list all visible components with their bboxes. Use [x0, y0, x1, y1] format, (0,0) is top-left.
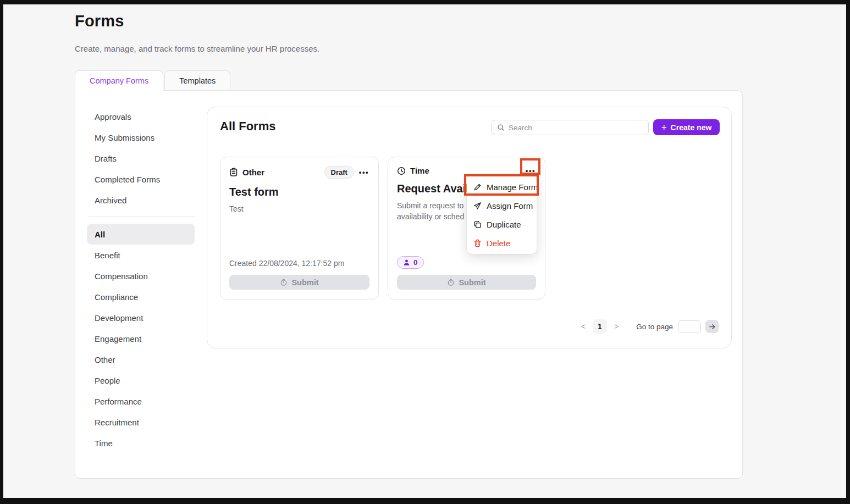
screenshot-frame: Forms Create, manage, and track forms to… — [0, 0, 850, 504]
menu-item-manage-form[interactable]: Manage Form — [467, 178, 537, 196]
sidebar-item-label: Benefit — [95, 251, 120, 260]
sidebar-item-label: Time — [95, 439, 113, 448]
menu-item-duplicate[interactable]: Duplicate — [467, 215, 537, 234]
sidebar-item-my-submissions[interactable]: My Submissions — [87, 127, 195, 148]
description-line: availability or sched — [397, 212, 464, 221]
sidebar-item-label: Approvals — [95, 112, 131, 121]
menu-item-assign-form[interactable]: Assign Form — [467, 196, 537, 215]
sidebar-item-label: Engagement — [95, 334, 141, 344]
card-header: Time ••• — [397, 166, 536, 175]
copy-icon — [473, 220, 482, 229]
sidebar-category-recruitment[interactable]: Recruitment — [87, 412, 195, 433]
sidebar-item-label: People — [95, 376, 120, 385]
menu-item-label: Assign Form — [487, 201, 533, 211]
sidebar-category-benefit[interactable]: Benefit — [87, 245, 195, 265]
clock-icon — [280, 279, 288, 286]
sidebar-item-approvals[interactable]: Approvals — [87, 106, 195, 127]
submit-label: Submit — [291, 278, 318, 287]
sidebar-item-label: Recruitment — [95, 418, 139, 427]
sidebar-item-label: All — [95, 230, 105, 239]
form-description: Test — [229, 203, 369, 214]
sidebar-item-label: Performance — [95, 397, 142, 406]
tab-templates[interactable]: Templates — [164, 70, 230, 91]
menu-item-label: Delete — [487, 239, 510, 248]
arrow-right-icon — [709, 323, 716, 330]
sidebar-item-label: Other — [95, 355, 115, 364]
sidebar-item-label: Drafts — [95, 154, 117, 163]
form-card-test-form[interactable]: Other Draft ••• Test form Test Created 2… — [220, 157, 379, 300]
clock-icon — [447, 279, 455, 286]
sidebar-item-completed-forms[interactable]: Completed Forms — [87, 169, 195, 190]
sidebar-category-other[interactable]: Other — [87, 349, 195, 370]
sidebar-divider — [87, 217, 195, 217]
card-category-label: Other — [242, 168, 264, 177]
company-forms-panel: Approvals My Submissions Drafts Complete… — [75, 90, 743, 479]
card-menu-button[interactable]: ••• — [525, 166, 536, 175]
assignee-count-badge: 0 — [397, 256, 424, 269]
card-category-label: Time — [410, 166, 429, 175]
card-header: Other Draft ••• — [229, 166, 369, 179]
tab-bar: Company Forms Templates — [75, 70, 230, 91]
tab-company-forms-label: Company Forms — [90, 76, 148, 85]
sidebar-category-all[interactable]: All — [87, 224, 195, 245]
clock-icon — [397, 167, 406, 175]
assignee-count: 0 — [413, 258, 418, 267]
plus-icon: + — [661, 123, 667, 132]
current-page-indicator[interactable]: 1 — [593, 319, 607, 334]
form-created-timestamp: Created 22/08/2024, 12:17:52 pm — [229, 259, 344, 268]
sidebar-item-drafts[interactable]: Drafts — [87, 148, 195, 169]
submit-button[interactable]: Submit — [229, 275, 369, 290]
go-to-page-label: Go to page — [636, 323, 673, 331]
sidebar-category-people[interactable]: People — [87, 370, 195, 391]
clipboard-icon — [229, 168, 238, 177]
menu-item-label: Manage Form — [487, 182, 538, 192]
sidebar-item-label: Completed Forms — [95, 175, 160, 184]
sidebar-item-label: Compensation — [95, 272, 148, 281]
sidebar-category-compensation[interactable]: Compensation — [87, 265, 195, 286]
sidebar-item-label: Development — [95, 313, 143, 323]
search-input[interactable] — [509, 124, 643, 132]
pencil-icon — [473, 183, 482, 191]
sidebar-category-development[interactable]: Development — [87, 307, 195, 328]
pagination: < 1 > Go to page — [578, 319, 719, 334]
sidebar-category-performance[interactable]: Performance — [87, 391, 195, 412]
forms-page: Forms Create, manage, and track forms to… — [3, 4, 846, 498]
sidebar-item-archived[interactable]: Archived — [87, 190, 195, 211]
go-to-page-input[interactable] — [678, 320, 701, 333]
tab-templates-label: Templates — [179, 76, 216, 85]
search-box[interactable] — [492, 120, 649, 135]
menu-item-delete[interactable]: Delete — [467, 234, 537, 252]
create-new-label: Create new — [671, 123, 712, 132]
sidebar-item-label: My Submissions — [95, 133, 154, 142]
description-line: Submit a request to — [397, 201, 463, 210]
submit-label: Submit — [459, 278, 485, 287]
trash-icon — [473, 239, 482, 247]
submit-button[interactable]: Submit — [397, 275, 536, 290]
sidebar-item-label: Archived — [95, 196, 126, 205]
previous-page-button[interactable]: < — [578, 320, 589, 333]
page-subtitle: Create, manage, and track forms to strea… — [75, 44, 319, 53]
sidebar-item-label: Compliance — [95, 292, 138, 302]
form-title: Test form — [229, 186, 369, 198]
page-title: Forms — [75, 12, 124, 30]
send-icon — [473, 202, 482, 210]
next-page-button[interactable]: > — [611, 320, 622, 333]
create-new-button[interactable]: + Create new — [653, 119, 720, 135]
forms-sidebar: Approvals My Submissions Drafts Complete… — [87, 106, 195, 453]
search-icon — [497, 124, 505, 131]
menu-item-label: Duplicate — [487, 220, 521, 229]
card-context-menu: Manage Form Assign Form Duplicate Delete — [467, 176, 537, 254]
all-forms-title: All Forms — [220, 119, 275, 134]
card-menu-button[interactable]: ••• — [358, 168, 369, 177]
go-to-page-button[interactable] — [705, 320, 719, 333]
sidebar-category-compliance[interactable]: Compliance — [87, 286, 195, 307]
person-icon — [403, 259, 410, 266]
sidebar-category-time[interactable]: Time — [87, 433, 195, 453]
sidebar-category-engagement[interactable]: Engagement — [87, 328, 195, 349]
draft-status-badge: Draft — [324, 166, 354, 179]
tab-company-forms[interactable]: Company Forms — [75, 70, 163, 91]
